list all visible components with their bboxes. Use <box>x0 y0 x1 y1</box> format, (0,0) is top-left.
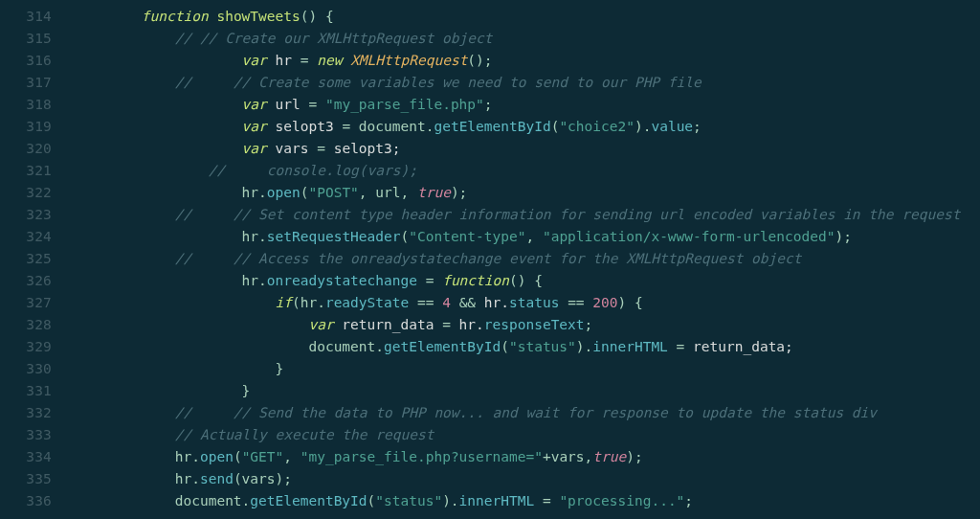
line-number: 315 <box>0 28 52 50</box>
token-de: (); <box>467 53 492 68</box>
token-op: && <box>459 295 476 310</box>
code-area[interactable]: function showTweets() { // // Create our… <box>61 0 980 512</box>
code-line: hr.send(vars); <box>75 468 980 490</box>
token-pl: hr. <box>175 449 200 464</box>
token-de: vars, <box>551 449 593 464</box>
token-prop: onreadystatechange <box>267 273 417 288</box>
code-line: document.getElementById("status").innerH… <box>75 336 980 358</box>
code-line: document.getElementById("status").innerH… <box>75 490 980 512</box>
token-pl: hr. <box>242 185 267 200</box>
token-de: ) { <box>618 295 643 310</box>
line-number: 325 <box>0 248 52 270</box>
code-line: hr.setRequestHeader("Content-type", "app… <box>75 226 980 248</box>
line-number: 333 <box>0 424 52 446</box>
line-number: 324 <box>0 226 52 248</box>
token-var: var <box>242 53 267 68</box>
token-str: "POST" <box>308 185 358 200</box>
token-kw: if <box>276 295 292 310</box>
token-de: } <box>276 361 284 376</box>
token-op: = <box>342 119 350 134</box>
code-line: hr.open("POST", url, true); <box>75 182 980 204</box>
token-op: = <box>543 493 551 508</box>
token-cmt: // Actually execute the request <box>175 427 434 442</box>
code-line: // // Create our XMLHttpRequest object <box>75 28 980 50</box>
code-line: // console.log(vars); <box>75 160 980 182</box>
line-number: 319 <box>0 116 52 138</box>
token-cmt: // console.log(vars); <box>209 163 417 178</box>
token-call: getElementById <box>434 119 550 134</box>
token-call: send <box>200 471 234 486</box>
code-line: // // Create some variables we need to s… <box>75 72 980 94</box>
token-de: ; <box>693 119 702 134</box>
line-number: 321 <box>0 160 52 182</box>
token-de: ); <box>835 229 851 244</box>
token-num: 200 <box>592 295 617 310</box>
token-de: , <box>283 449 300 464</box>
token-op: = <box>317 141 325 156</box>
token-var: var <box>308 317 333 332</box>
token-cmt: // // Create some variables we need to s… <box>175 75 702 90</box>
token-cmt: // // Create our XMLHttpRequest object <box>175 31 493 46</box>
token-pl: hr. <box>242 229 267 244</box>
token-str: "status" <box>375 493 442 508</box>
token-de: ). <box>576 339 592 354</box>
token-kw: function <box>142 9 209 24</box>
code-line: var return_data = hr.responseText; <box>75 314 980 336</box>
line-number: 320 <box>0 138 52 160</box>
line-number: 322 <box>0 182 52 204</box>
token-de: ); <box>451 185 467 200</box>
token-prop: status <box>509 295 559 310</box>
line-number: 326 <box>0 270 52 292</box>
token-de: ). <box>442 493 458 508</box>
token-de: ). <box>635 119 651 134</box>
code-line: } <box>75 380 980 402</box>
token-de: } <box>242 383 251 398</box>
token-de: ( <box>401 229 410 244</box>
token-prop: responseText <box>484 317 585 332</box>
token-op: == <box>568 295 584 310</box>
token-op: == <box>417 295 434 310</box>
token-call: open <box>267 185 301 200</box>
line-number: 323 <box>0 204 52 226</box>
token-de: ( <box>501 339 509 354</box>
code-line: var hr = new XMLHttpRequest(); <box>75 50 980 72</box>
token-str: "choice2" <box>559 119 635 134</box>
token-pl: document <box>175 493 242 508</box>
token-pl: document <box>308 339 375 354</box>
token-prop: innerHTML <box>592 339 668 354</box>
token-de: , <box>525 229 542 244</box>
line-number: 327 <box>0 292 52 314</box>
token-op: = <box>426 273 434 288</box>
code-line: var vars = selopt3; <box>75 138 980 160</box>
line-number: 334 <box>0 446 52 468</box>
token-cmt: // // Access the onreadystatechange even… <box>175 251 802 266</box>
token-kw: new <box>317 53 342 68</box>
token-call: getElementById <box>250 493 367 508</box>
code-line: hr.onreadystatechange = function() { <box>75 270 980 292</box>
token-op: = <box>442 317 451 332</box>
token-pl: document <box>359 119 426 134</box>
token-bool: true <box>592 449 626 464</box>
token-de: ); <box>626 449 642 464</box>
token-prop: value <box>651 119 693 134</box>
token-var: var <box>242 97 267 112</box>
token-cmt: // // Set content type header informatio… <box>175 207 961 222</box>
token-prop: innerHTML <box>459 493 535 508</box>
code-line: var url = "my_parse_file.php"; <box>75 94 980 116</box>
line-number: 314 <box>0 6 52 28</box>
token-op: + <box>543 449 551 464</box>
line-number: 329 <box>0 336 52 358</box>
token-cmt: // // Send the data to PHP now... and wa… <box>175 405 877 420</box>
token-op: = <box>301 53 309 68</box>
token-de: ; <box>585 317 593 332</box>
line-number-gutter: 3143153163173183193203213223233243253263… <box>0 0 61 512</box>
token-str: "processing..." <box>559 493 684 508</box>
token-de: () { <box>509 273 543 288</box>
line-number: 331 <box>0 380 52 402</box>
token-pl: hr. <box>242 273 267 288</box>
code-line: // // Send the data to PHP now... and wa… <box>75 402 980 424</box>
token-str: "GET" <box>242 449 284 464</box>
token-de: (hr. <box>292 295 325 310</box>
code-line: // Actually execute the request <box>75 424 980 446</box>
token-de: ; <box>484 97 493 112</box>
